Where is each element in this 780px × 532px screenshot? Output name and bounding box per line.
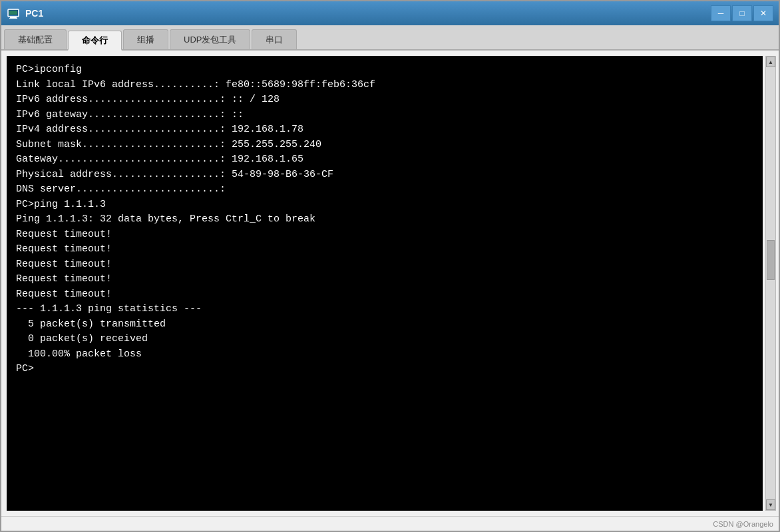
window-icon [7, 7, 20, 20]
terminal-line: Request timeout! [16, 227, 753, 243]
svg-rect-4 [9, 11, 17, 15]
terminal-line: Ping 1.1.1.3: 32 data bytes, Press Ctrl_… [16, 212, 753, 227]
close-button[interactable]: ✕ [753, 5, 773, 21]
terminal-line: PC>ping 1.1.1.3 [16, 198, 753, 213]
tab-serial[interactable]: 串口 [252, 29, 297, 49]
window-controls: ─ □ ✕ [711, 5, 773, 21]
terminal-line: IPv6 address......................: :: /… [16, 92, 753, 108]
main-window: PC1 ─ □ ✕ 基础配置 命令行 组播 UDP发包工具 串口 PC>ipco… [0, 0, 780, 532]
window-title: PC1 [25, 8, 711, 19]
terminal-line: IPv4 address......................: 192.… [16, 122, 753, 138]
scroll-thumb[interactable] [767, 240, 775, 280]
scroll-up-button[interactable]: ▲ [766, 57, 775, 67]
terminal-line: Request timeout! [16, 287, 753, 303]
terminal-line: DNS server........................: [16, 182, 753, 198]
terminal-output[interactable]: PC>ipconfigLink local IPv6 address......… [7, 56, 763, 511]
content-area: PC>ipconfigLink local IPv6 address......… [1, 51, 779, 516]
terminal-line: Request timeout! [16, 272, 753, 287]
svg-rect-2 [9, 18, 17, 19]
scrollbar[interactable]: ▲ ▼ [765, 56, 776, 511]
scroll-down-button[interactable]: ▼ [766, 499, 775, 510]
terminal-line: 0 packet(s) received [16, 332, 753, 347]
scroll-track[interactable] [766, 67, 775, 499]
terminal-line: Request timeout! [16, 257, 753, 273]
terminal-line: PC> [16, 362, 753, 377]
terminal-line: Physical address..................: 54-8… [16, 168, 753, 183]
terminal-line: 100.00% packet loss [16, 347, 753, 362]
terminal-line: IPv6 gateway......................: :: [16, 108, 753, 123]
title-bar: PC1 ─ □ ✕ [1, 1, 779, 25]
terminal-line: Subnet mask.......................: 255.… [16, 138, 753, 153]
tab-multicast[interactable]: 组播 [123, 29, 168, 49]
bottom-bar: CSDN @Orangelo [1, 516, 779, 531]
terminal-line: Request timeout! [16, 242, 753, 257]
maximize-button[interactable]: □ [732, 5, 752, 21]
tab-command-line[interactable]: 命令行 [68, 31, 122, 51]
tab-basic-config[interactable]: 基础配置 [4, 29, 67, 49]
terminal-line: --- 1.1.1.3 ping statistics --- [16, 302, 753, 317]
terminal-line: 5 packet(s) transmitted [16, 317, 753, 332]
terminal-line: Link local IPv6 address..........: fe80:… [16, 78, 753, 93]
terminal-line: PC>ipconfig [16, 63, 753, 78]
watermark: CSDN @Orangelo [713, 520, 773, 528]
minimize-button[interactable]: ─ [711, 5, 731, 21]
tab-bar: 基础配置 命令行 组播 UDP发包工具 串口 [1, 25, 779, 51]
terminal-line: Gateway...........................: 192.… [16, 152, 753, 168]
tab-udp-tool[interactable]: UDP发包工具 [170, 29, 250, 49]
svg-rect-1 [10, 17, 17, 18]
